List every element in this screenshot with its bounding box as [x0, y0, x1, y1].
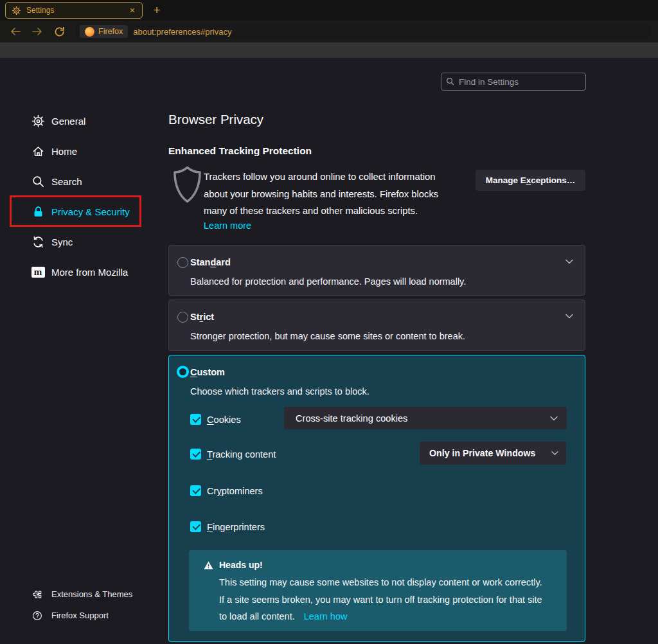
tab-close-icon[interactable]: ×	[129, 6, 136, 15]
etp-section-title: Enhanced Tracking Protection	[168, 145, 312, 157]
tab-bar: Settings × +	[0, 0, 658, 21]
cookies-checkbox[interactable]	[190, 414, 201, 425]
settings-tab[interactable]: Settings ×	[5, 2, 143, 19]
etp-intro-text: Trackers follow you around online to col…	[204, 168, 458, 220]
custom-radio[interactable]	[177, 366, 189, 378]
sidebar-label: Search	[51, 176, 82, 187]
chevron-down-icon[interactable]	[565, 314, 573, 319]
search-icon	[31, 175, 45, 189]
shield-icon	[172, 165, 202, 204]
tab-title: Settings	[26, 6, 123, 15]
puzzle-icon	[32, 589, 42, 600]
cookies-select-value: Cross-site tracking cookies	[296, 413, 407, 424]
url-bar[interactable]: Firefox about:preferences#privacy	[76, 23, 652, 40]
cryptominers-checkbox[interactable]	[190, 485, 201, 496]
home-icon	[31, 145, 45, 159]
chevron-down-icon	[550, 416, 558, 421]
back-button[interactable]	[6, 23, 24, 40]
firefox-logo-icon	[85, 27, 94, 37]
settings-sidebar: General Home Search Privacy & Security	[0, 106, 168, 287]
gear-icon	[31, 114, 45, 129]
cryptominers-label: Cryptominers	[207, 486, 263, 496]
fingerprinters-checkbox[interactable]	[190, 521, 201, 532]
sidebar-item-sync[interactable]: Sync	[0, 227, 168, 257]
sidebar-label: Home	[51, 146, 77, 157]
sidebar-label: Sync	[51, 237, 73, 247]
url-text: about:preferences#privacy	[133, 27, 231, 37]
sync-icon	[31, 235, 45, 249]
custom-description: Choose which trackers and scripts to blo…	[190, 386, 369, 397]
navigation-bar: Firefox about:preferences#privacy	[0, 21, 658, 42]
tracking-content-select[interactable]: Only in Private Windows	[420, 442, 566, 465]
footer-label: Firefox Support	[51, 611, 109, 620]
etp-standard-card[interactable]: Standard Balanced for protection and per…	[168, 245, 585, 296]
tracking-content-label: Tracking content	[207, 449, 276, 460]
sidebar-item-home[interactable]: Home	[0, 136, 168, 166]
reload-button[interactable]	[50, 23, 68, 40]
fingerprinters-label: Fingerprinters	[207, 522, 265, 532]
identity-label: Firefox	[98, 27, 123, 36]
etp-custom-card[interactable]: Custom Choose which trackers and scripts…	[168, 355, 585, 642]
cryptominers-row: Cryptominers	[190, 485, 263, 496]
sidebar-item-privacy-security[interactable]: Privacy & Security	[0, 197, 168, 227]
forward-button[interactable]	[28, 23, 46, 40]
settings-page: General Home Search Privacy & Security	[0, 58, 658, 644]
etp-strict-card[interactable]: Strict Stronger protection, but may caus…	[168, 300, 585, 351]
sidebar-label: General	[51, 116, 85, 127]
tracking-content-row: Tracking content	[190, 449, 276, 460]
fingerprinters-row: Fingerprinters	[190, 521, 265, 532]
tracking-select-value: Only in Private Windows	[429, 448, 535, 458]
strict-title: Strict	[190, 312, 214, 322]
learn-more-link[interactable]: Learn more	[204, 220, 251, 231]
privacy-pane: Browser Privacy Enhanced Tracking Protec…	[168, 58, 585, 644]
learn-how-link[interactable]: Learn how	[304, 611, 348, 622]
standard-description: Balanced for protection and performance.…	[190, 276, 466, 287]
gear-icon	[12, 6, 21, 15]
new-tab-button[interactable]: +	[148, 1, 166, 19]
sidebar-item-search[interactable]: Search	[0, 166, 168, 197]
manage-exceptions-button[interactable]: Manage Exceptions…	[476, 170, 585, 191]
mozilla-icon: m	[31, 265, 45, 280]
sidebar-item-more-from-mozilla[interactable]: m More from Mozilla	[0, 257, 168, 287]
chevron-down-icon	[551, 451, 558, 456]
strict-description: Stronger protection, but may cause some …	[190, 331, 465, 341]
standard-radio[interactable]	[177, 257, 188, 268]
bookmarks-toolbar	[0, 42, 658, 58]
sidebar-label: Privacy & Security	[51, 206, 130, 217]
cookies-select[interactable]: Cross-site tracking cookies	[284, 407, 567, 429]
standard-title: Standard	[190, 257, 231, 267]
warning-body: This setting may cause some websites to …	[219, 574, 546, 625]
footer-label: Extensions & Themes	[51, 589, 132, 599]
chevron-down-icon[interactable]	[565, 259, 573, 264]
heads-up-warning: Heads up! This setting may cause some we…	[189, 550, 567, 631]
question-icon	[32, 611, 42, 621]
cookies-row: Cookies	[190, 414, 241, 425]
cookies-label: Cookies	[207, 415, 241, 425]
warning-icon	[204, 561, 213, 569]
sidebar-footer: Extensions & Themes Firefox Support	[0, 584, 168, 626]
warning-title: Heads up!	[219, 560, 263, 570]
firefox-support-link[interactable]: Firefox Support	[0, 605, 168, 626]
page-title: Browser Privacy	[168, 112, 263, 127]
custom-title: Custom	[190, 367, 225, 377]
lock-icon	[31, 205, 45, 219]
tracking-content-checkbox[interactable]	[190, 449, 201, 460]
strict-radio[interactable]	[177, 312, 188, 323]
firefox-window: Settings × + Firefox about:preferences#p…	[0, 0, 658, 644]
sidebar-label: More from Mozilla	[51, 267, 128, 278]
extensions-themes-link[interactable]: Extensions & Themes	[0, 584, 168, 605]
sidebar-item-general[interactable]: General	[0, 106, 168, 136]
identity-chip[interactable]: Firefox	[80, 25, 128, 38]
